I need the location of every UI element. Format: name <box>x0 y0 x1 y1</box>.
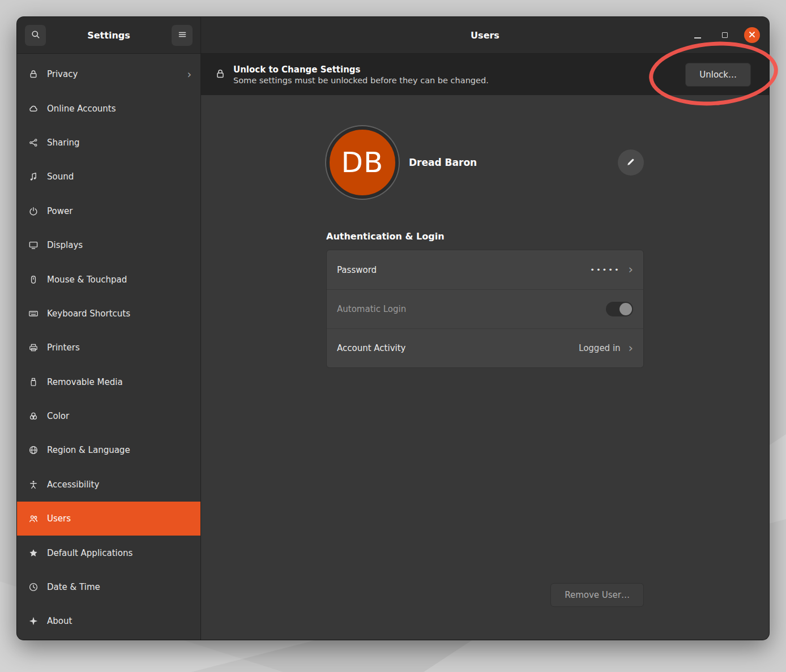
settings-window: Settings Users <box>17 17 769 640</box>
password-row[interactable]: Password ••••• › <box>327 250 643 289</box>
account-activity-label: Account Activity <box>337 343 405 353</box>
sidebar-item-default-applications[interactable]: Default Applications <box>17 536 200 570</box>
sidebar-item-users[interactable]: Users <box>17 502 200 536</box>
remove-user-row: Remove User… <box>326 583 644 640</box>
share-icon <box>28 138 39 148</box>
edit-name-button[interactable] <box>618 149 644 176</box>
music-note-icon <box>28 172 39 182</box>
accessibility-icon <box>28 480 39 490</box>
lock-icon <box>215 68 226 82</box>
window-controls <box>690 27 760 43</box>
flash-drive-icon <box>28 377 39 387</box>
sidebar-item-label: Mouse & Touchpad <box>47 275 127 285</box>
sidebar-title: Settings <box>46 30 172 41</box>
keyboard-icon <box>28 309 39 319</box>
color-icon <box>28 411 39 421</box>
automatic-login-label: Automatic Login <box>337 304 406 314</box>
sidebar-item-label: Default Applications <box>47 548 133 558</box>
automatic-login-toggle[interactable] <box>606 302 633 316</box>
cloud-icon <box>28 104 39 114</box>
minimize-button[interactable] <box>690 27 706 43</box>
main-headerbar: Users <box>201 17 769 54</box>
pencil-icon <box>626 157 636 169</box>
sidebar-item-printers[interactable]: Printers <box>17 331 200 365</box>
sidebar-item-removable-media[interactable]: Removable Media <box>17 365 200 399</box>
sidebar-item-sound[interactable]: Sound <box>17 160 200 194</box>
search-button[interactable] <box>25 25 46 46</box>
close-icon <box>749 31 755 40</box>
search-icon <box>31 29 41 41</box>
sidebar-item-label: Privacy <box>47 69 78 79</box>
user-header: DB Dread Baron <box>326 126 644 199</box>
power-icon <box>28 206 39 216</box>
avatar-initials: DB <box>341 146 384 179</box>
chevron-right-icon: › <box>629 264 633 276</box>
password-label: Password <box>337 265 377 275</box>
user-full-name: Dread Baron <box>409 157 477 168</box>
sidebar-item-label: About <box>47 616 72 626</box>
primary-menu-button[interactable] <box>172 25 193 46</box>
sidebar-item-label: Sound <box>47 172 74 182</box>
unlock-button[interactable]: Unlock… <box>685 63 751 87</box>
users-icon <box>28 513 39 524</box>
account-activity-row[interactable]: Account Activity Logged in › <box>327 328 643 367</box>
sidebar-item-label: Sharing <box>47 138 80 148</box>
sidebar-item-date-time[interactable]: Date & Time <box>17 570 200 604</box>
maximize-icon <box>722 32 728 38</box>
sidebar-item-label: Keyboard Shortcuts <box>47 309 130 319</box>
sidebar-item-label: Printers <box>47 343 80 353</box>
display-icon <box>28 240 39 250</box>
sidebar-item-label: Date & Time <box>47 582 100 592</box>
sidebar-item-color[interactable]: Color <box>17 399 200 433</box>
sidebar-item-power[interactable]: Power <box>17 194 200 228</box>
sidebar-item-accessibility[interactable]: Accessibility <box>17 468 200 502</box>
sidebar-item-label: Users <box>47 513 71 524</box>
hamburger-menu-icon <box>177 29 187 41</box>
sidebar-item-sharing[interactable]: Sharing <box>17 126 200 160</box>
sidebar-item-online-accounts[interactable]: Online Accounts <box>17 91 200 125</box>
sparkle-icon <box>28 616 39 626</box>
remove-user-button[interactable]: Remove User… <box>550 583 644 607</box>
sidebar-item-label: Power <box>47 206 72 216</box>
users-content: DB Dread Baron Authentication & Login <box>201 95 769 640</box>
mouse-icon <box>28 275 39 285</box>
sidebar-item-label: Displays <box>47 240 83 250</box>
sidebar-item-privacy[interactable]: Privacy › <box>17 57 200 91</box>
main-panel: Unlock to Change Settings Some settings … <box>201 54 769 640</box>
sidebar-item-region-language[interactable]: Region & Language <box>17 433 200 467</box>
sidebar-item-label: Region & Language <box>47 445 130 455</box>
maximize-button[interactable] <box>717 27 733 43</box>
sidebar-item-keyboard-shortcuts[interactable]: Keyboard Shortcuts <box>17 297 200 331</box>
automatic-login-row: Automatic Login <box>327 289 643 328</box>
star-icon <box>28 548 39 558</box>
sidebar-item-label: Online Accounts <box>47 104 116 114</box>
auth-settings-group: Password ••••• › Automatic Login Account… <box>326 250 644 368</box>
infobar-title: Unlock to Change Settings <box>233 65 489 75</box>
chevron-right-icon: › <box>187 69 191 80</box>
globe-icon <box>28 445 39 455</box>
sidebar-item-mouse-touchpad[interactable]: Mouse & Touchpad <box>17 262 200 296</box>
sidebar-item-label: Color <box>47 411 69 421</box>
lock-icon <box>28 69 39 79</box>
password-dots: ••••• <box>590 266 620 274</box>
toggle-knob <box>620 303 632 315</box>
clock-icon <box>28 582 39 592</box>
chevron-right-icon: › <box>629 343 633 354</box>
infobar-subtitle: Some settings must be unlocked before th… <box>233 76 489 85</box>
sidebar-item-label: Accessibility <box>47 480 99 490</box>
sidebar-item-displays[interactable]: Displays <box>17 228 200 262</box>
sidebar-nav: Privacy › Online Accounts Sharing <box>17 54 201 640</box>
infobar-text: Unlock to Change Settings Some settings … <box>233 65 489 85</box>
close-button[interactable] <box>744 27 760 43</box>
sidebar-headerbar: Settings <box>17 17 201 54</box>
sidebar-item-about[interactable]: About <box>17 604 200 638</box>
minimize-icon <box>694 37 701 38</box>
sidebar-item-label: Removable Media <box>47 377 123 387</box>
avatar[interactable]: DB <box>326 126 399 199</box>
page-title: Users <box>201 30 769 41</box>
unlock-infobar: Unlock to Change Settings Some settings … <box>201 54 769 95</box>
auth-section-title: Authentication & Login <box>326 231 644 242</box>
account-activity-value: Logged in <box>579 343 621 353</box>
printer-icon <box>28 343 39 353</box>
